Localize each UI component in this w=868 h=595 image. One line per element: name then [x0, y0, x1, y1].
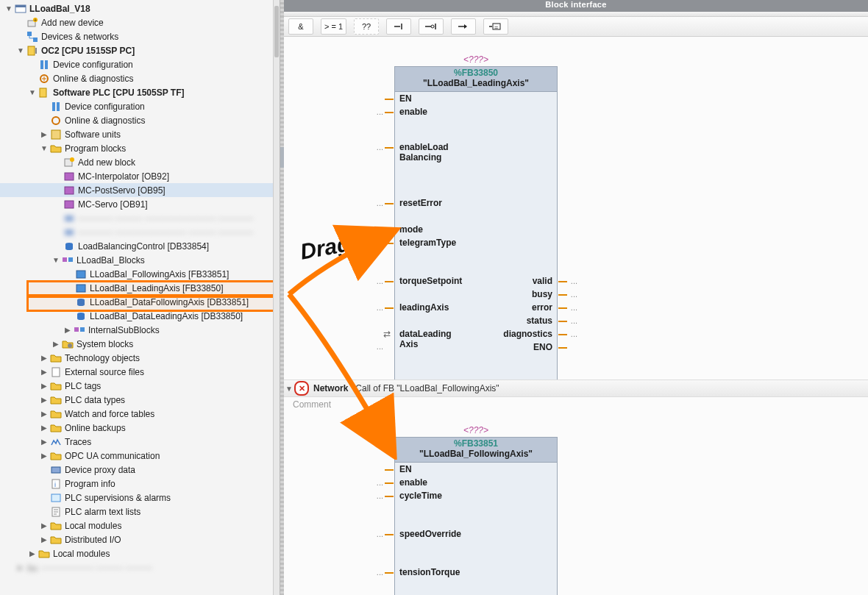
tree-external-sources[interactable]: ▶ External source files [0, 365, 273, 379]
expander-icon[interactable]: ▶ [40, 130, 49, 139]
expander-icon[interactable]: ▼ [40, 144, 49, 153]
instance-placeholder[interactable]: <???> [463, 425, 488, 435]
pin-status[interactable]: status [527, 316, 552, 326]
tree-devices-networks[interactable]: • Devices & networks [0, 29, 273, 43]
expander-icon[interactable]: ▶ [40, 382, 49, 391]
pin-busy[interactable]: busy [532, 289, 552, 299]
expander-icon[interactable]: ▶ [40, 410, 49, 418]
svg-rect-14 [57, 102, 60, 111]
expander-icon[interactable]: ▶ [40, 396, 49, 405]
tree-mc-postservo[interactable]: • MC-PostServo [OB95] [0, 183, 273, 197]
op-emptybox-button[interactable]: ?? [354, 18, 379, 35]
pin-tensiontorque[interactable]: tensionTorque [399, 567, 460, 577]
tree-software-units[interactable]: ▶ Software units [0, 127, 273, 141]
tree-lloadbal-followingaxis-fb[interactable]: • LLoadBal_FollowingAxis [FB33851] [0, 267, 273, 281]
pin-eno[interactable]: ENO [533, 342, 552, 352]
tree-mc-interpolator[interactable]: • MC-Interpolator [OB92] [0, 169, 273, 183]
pin-speedoverride[interactable]: speedOverride [399, 529, 461, 539]
op-jump-button[interactable] [451, 18, 476, 35]
pin-enable[interactable]: enable [399, 107, 427, 117]
network-header[interactable]: ▼ ✕ Network Call of FB "LLoadBal_Followi… [284, 380, 868, 397]
pin-leadingaxis[interactable]: leadingAxis [399, 302, 449, 313]
tree-mc-servo[interactable]: • MC-Servo [OB91] [0, 197, 273, 211]
tree-alarm-text-lists[interactable]: • PLC alarm text lists [0, 505, 273, 519]
pin-enableloadbalancing[interactable]: enableLoad Balancing [399, 142, 449, 163]
tree-scrollbar[interactable] [273, 0, 280, 595]
pin-enable[interactable]: enable [399, 477, 427, 488]
tree-lloadbal-leadingaxis-fb[interactable]: • LLoadBal_LeadingAxis [FB33850] [0, 281, 273, 295]
pin-diagnostics[interactable]: diagnostics [503, 329, 552, 339]
tree-lloadbal-dataleading-db[interactable]: • LLoadBal_DataLeadingAxis [DB33850] [0, 309, 273, 323]
instance-placeholder[interactable]: <???> [463, 54, 488, 65]
expander-icon[interactable]: ▶ [63, 326, 72, 335]
tree-add-block[interactable]: • Add new block [0, 155, 273, 169]
tree-internalsubblocks[interactable]: ▶ InternalSubBlocks [0, 323, 273, 337]
tree-program-info[interactable]: • i Program info [0, 477, 273, 491]
pin-error[interactable]: error [532, 302, 552, 313]
tree-root[interactable]: ▼ LLoadBal_V18 [0, 1, 273, 15]
tree-lloadbal-blocks[interactable]: ▼ LLoadBal_Blocks [0, 253, 273, 267]
interface-collapse-strip[interactable] [284, 12, 868, 17]
tree-opcua[interactable]: ▶ OPC UA communication [0, 449, 273, 463]
fb-call-followingaxis[interactable]: <???> %FB33851 "LLoadBal_FollowingAxis" … [394, 422, 558, 595]
expander-icon[interactable]: ▶ [40, 452, 49, 460]
expander-icon[interactable]: ▶ [51, 340, 60, 349]
tree-distributed-io[interactable]: ▶ Distributed I/O [0, 532, 273, 546]
tree-online-backups[interactable]: ▶ Online backups [0, 421, 273, 435]
tree-lloadbal-datafollowing-db[interactable]: • LLoadBal_DataFollowingAxis [DB33851] [0, 295, 273, 309]
tree-online-diag[interactable]: • Online & diagnostics [0, 71, 273, 85]
network-comment[interactable]: Comment [293, 397, 331, 412]
tree-proxy-data[interactable]: • Device proxy data [0, 463, 273, 477]
scrollbar-thumb[interactable] [274, 6, 279, 57]
expander-icon[interactable]: ▶ [40, 521, 49, 530]
expander-icon[interactable]: ▶ [40, 354, 49, 363]
project-tree[interactable]: ▼ LLoadBal_V18 • + Add new device • Devi… [0, 0, 273, 574]
network-expander-icon[interactable]: ▼ [284, 385, 294, 393]
tree-local-modules[interactable]: ▶ Local modules [0, 519, 273, 532]
pin-reseterror[interactable]: resetError [399, 198, 442, 208]
svg-rect-19 [65, 173, 74, 180]
tree-device-config-2[interactable]: • Device configuration [0, 99, 273, 113]
op-assign-button[interactable] [386, 18, 411, 35]
expander-icon[interactable]: ▶ [40, 368, 49, 377]
tree-traces[interactable]: ▶ Traces [0, 435, 273, 449]
fb-call-leadingaxis[interactable]: <???> %FB33850 "LLoadBal_LeadingAxis" EN… [394, 51, 558, 387]
pin-en[interactable]: EN [399, 93, 412, 104]
pin-mode[interactable]: mode [399, 224, 423, 235]
tree-plc-datatypes[interactable]: ▶ PLC data types [0, 393, 273, 407]
tree-label: MC-PostServo [OB95] [78, 185, 166, 196]
tree-online-diag-2[interactable]: • Online & diagnostics [0, 113, 273, 127]
expander-icon[interactable]: ▼ [4, 4, 13, 13]
pin-dataleadingaxis[interactable]: dataLeading Axis [399, 329, 452, 349]
pin-cycletime[interactable]: cycleTime [399, 491, 442, 501]
tree-oc2[interactable]: ▼ OC2 [CPU 1515SP PC] [0, 43, 273, 57]
block-interface-header[interactable]: Block interface [284, 0, 868, 12]
tree-software-plc[interactable]: ▼ Software PLC [CPU 1505SP TF] [0, 85, 273, 99]
tree-add-device[interactable]: • + Add new device [0, 15, 273, 29]
op-return-button[interactable]: = [483, 18, 508, 35]
tree-watch-tables[interactable]: ▶ Watch and force tables [0, 407, 273, 421]
tree-technology-objects[interactable]: ▶ Technology objects [0, 351, 273, 365]
pin-en[interactable]: EN [399, 464, 412, 474]
pin-torquesetpoint[interactable]: torqueSetpoint [399, 276, 462, 286]
editor-canvas[interactable]: <???> %FB33850 "LLoadBal_LeadingAxis" EN… [284, 37, 868, 595]
expander-icon[interactable]: ▶ [28, 549, 37, 558]
op-open-branch-button[interactable] [419, 18, 444, 35]
expander-icon[interactable]: ▶ [40, 535, 49, 544]
expander-icon[interactable]: ▼ [51, 256, 60, 265]
expander-icon[interactable]: ▶ [40, 438, 49, 446]
pin-telegramtype[interactable]: telegramType [399, 238, 456, 248]
pin-valid[interactable]: valid [533, 276, 552, 286]
tree-device-config[interactable]: • Device configuration [0, 57, 273, 71]
tree-local-modules-outer[interactable]: ▶ Local modules [0, 546, 273, 560]
tree-system-blocks[interactable]: ▶ System blocks [0, 337, 273, 351]
tree-supervisions[interactable]: • PLC supervisions & alarms [0, 491, 273, 505]
tree-program-blocks[interactable]: ▼ Program blocks [0, 141, 273, 155]
expander-icon[interactable]: ▶ [40, 424, 49, 432]
op-gte1-button[interactable]: > = 1 [321, 18, 346, 35]
tree-plc-tags[interactable]: ▶ PLC tags [0, 379, 273, 393]
tree-loadbalancing-db[interactable]: • LoadBalancingControl [DB33854] [0, 239, 273, 253]
expander-icon[interactable]: ▼ [16, 46, 25, 55]
op-and-button[interactable]: & [288, 18, 313, 35]
expander-icon[interactable]: ▼ [28, 88, 37, 97]
